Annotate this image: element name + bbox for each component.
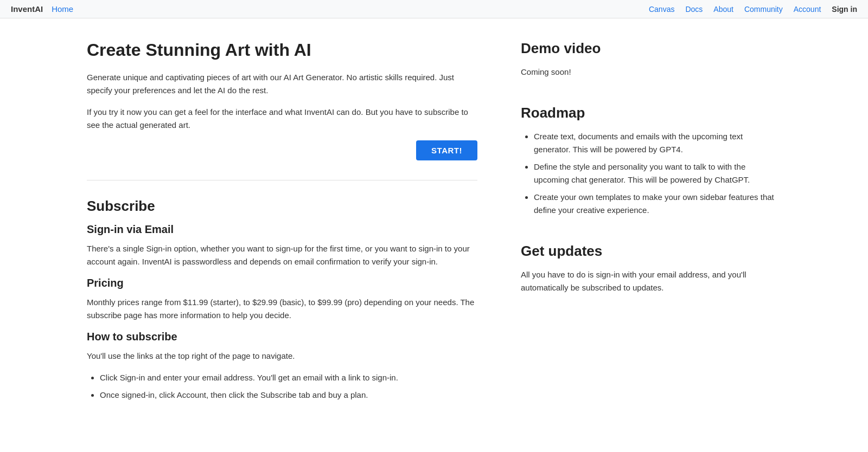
hero-desc1: Generate unique and captivating pieces o… [87, 71, 477, 97]
nav-links: Canvas Docs About Community Account Sign… [649, 5, 857, 14]
how-list: Click Sign-in and enter your email addre… [100, 371, 477, 402]
pricing-desc: Monthly prices range from $11.99 (starte… [87, 296, 477, 322]
right-column: Demo video Coming soon! Roadmap Create t… [521, 40, 781, 421]
hero-desc2: If you try it now you can get a feel for… [87, 106, 477, 132]
updates-section: Get updates All you have to do is sign-i… [521, 243, 781, 294]
subscribe-heading: Subscribe [87, 198, 477, 215]
hero-title: Create Stunning Art with AI [87, 40, 477, 60]
how-list-item-2: Once signed-in, click Account, then clic… [100, 389, 477, 402]
divider-1 [87, 180, 477, 180]
nav-community[interactable]: Community [744, 5, 783, 14]
nav-signin[interactable]: Sign in [832, 5, 857, 14]
demo-section: Demo video Coming soon! [521, 40, 781, 79]
signin-heading: Sign-in via Email [87, 223, 477, 236]
roadmap-list: Create text, documents and emails with t… [534, 130, 781, 217]
nav-brand-link[interactable]: InventAI [11, 4, 43, 14]
roadmap-heading: Roadmap [521, 105, 781, 121]
roadmap-item-1: Create text, documents and emails with t… [534, 130, 781, 156]
left-column: Create Stunning Art with AI Generate uni… [87, 40, 477, 421]
nav-home-link[interactable]: Home [52, 4, 73, 14]
nav-about[interactable]: About [713, 5, 733, 14]
nav-canvas[interactable]: Canvas [649, 5, 674, 14]
updates-heading: Get updates [521, 243, 781, 260]
main-content: Create Stunning Art with AI Generate uni… [54, 18, 814, 443]
navbar: InventAI Home Canvas Docs About Communit… [0, 0, 868, 18]
how-desc: You'll use the links at the top right of… [87, 350, 477, 363]
updates-desc: All you have to do is sign-in with your … [521, 268, 781, 294]
nav-docs[interactable]: Docs [685, 5, 703, 14]
signin-desc: There's a single Sign-in option, whether… [87, 242, 477, 268]
demo-heading: Demo video [521, 40, 781, 57]
nav-brand: InventAI Home [11, 4, 73, 14]
hero-section: Create Stunning Art with AI Generate uni… [87, 40, 477, 160]
demo-coming-soon: Coming soon! [521, 66, 781, 79]
nav-account[interactable]: Account [794, 5, 821, 14]
how-list-item-1: Click Sign-in and enter your email addre… [100, 371, 477, 384]
subscribe-section: Subscribe Sign-in via Email There's a si… [87, 198, 477, 402]
how-heading: How to subscribe [87, 331, 477, 343]
roadmap-item-3: Create your own templates to make your o… [534, 191, 781, 217]
pricing-heading: Pricing [87, 277, 477, 289]
start-button[interactable]: START! [416, 140, 477, 160]
roadmap-section: Roadmap Create text, documents and email… [521, 105, 781, 217]
roadmap-item-2: Define the style and personality you wan… [534, 160, 781, 186]
